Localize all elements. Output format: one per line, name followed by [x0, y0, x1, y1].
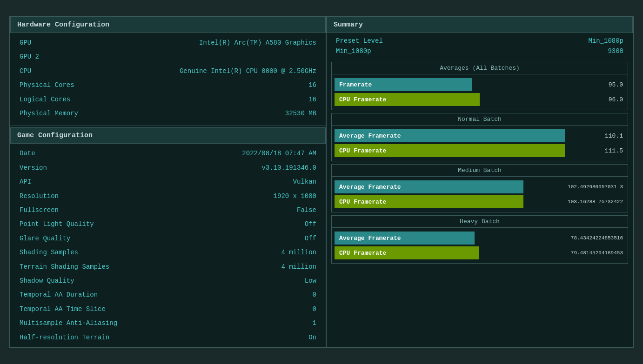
medium-cpu-bar-label: CPU Framerate: [339, 199, 386, 205]
date-value: 2022/08/18 07:47 AM: [242, 148, 316, 159]
version-label: Version: [20, 163, 47, 173]
game-header: Game Configuration: [10, 127, 326, 144]
medium-avg-bar-container: Average Framerate: [335, 180, 565, 193]
temporal-aa-duration-label: Temporal AA Duration: [20, 290, 98, 300]
glare-row: Glare Quality Off: [10, 232, 326, 245]
temporal-aa-slice-row: Temporal AA Time Slice 0: [10, 302, 326, 316]
resolution-label: Resolution: [20, 191, 59, 201]
point-light-row: Point Light Quality Off: [10, 217, 326, 231]
avg-framerate-bar: Framerate: [335, 78, 472, 91]
heavy-avg-bar-container: Average Framerate: [335, 232, 568, 245]
gpu2-label: GPU 2: [20, 52, 39, 62]
physical-memory-label: Physical Memory: [20, 108, 78, 119]
shadow-quality-value: Low: [305, 276, 316, 286]
point-light-value: Off: [305, 219, 316, 229]
shading-samples-value: 4 million: [281, 247, 316, 258]
shading-samples-row: Shading Samples 4 million: [10, 245, 326, 259]
cpu-row: CPU Genuine Intel(R) CPU 0000 @ 2.50GHz: [10, 64, 326, 78]
heavy-batch-rows: Average Framerate 78.43424224853516 CPU …: [332, 228, 628, 263]
physical-cores-value: 16: [308, 80, 316, 90]
resolution-row: Resolution 1920 x 1080: [10, 189, 326, 203]
averages-section: Averages (All Batches) Framerate 95.0 CP…: [331, 62, 628, 110]
date-label: Date: [20, 148, 35, 159]
physical-cores-row: Physical Cores 16: [10, 78, 326, 92]
medium-batch-rows: Average Framerate 102.492980957031 3 CPU…: [332, 177, 628, 212]
api-value: Vulkan: [293, 177, 316, 187]
hardware-rows: GPU Intel(R) Arc(TM) A580 Graphics GPU 2…: [10, 33, 326, 123]
half-res-terrain-label: Half-resolution Terrain: [20, 332, 109, 343]
temporal-aa-slice-label: Temporal AA Time Slice: [20, 304, 106, 314]
preset-level-label: Preset Level: [336, 37, 383, 45]
right-panel: Summary Preset Level Min_1080p Min_1080p…: [327, 17, 633, 347]
heavy-batch-section: Heavy Batch Average Framerate 78.4342422…: [331, 215, 628, 264]
logical-cores-row: Logical Cores 16: [10, 93, 326, 106]
divider-1: [10, 125, 326, 126]
terrain-shading-row: Terrain Shading Samples 4 million: [10, 260, 326, 274]
averages-rows: Framerate 95.0 CPU Framerate 96.0: [332, 74, 628, 110]
heavy-avg-bar: Average Framerate: [335, 232, 475, 245]
min-1080p-value: 9300: [608, 47, 623, 55]
heavy-avg-value: 78.43424224853516: [571, 235, 625, 241]
half-res-terrain-row: Half-resolution Terrain On: [10, 331, 326, 344]
medium-cpu-value: 103.16288 75732422: [568, 199, 625, 205]
avg-framerate-bar-container: Framerate: [335, 78, 585, 91]
avg-framerate-bar-label: Framerate: [339, 81, 372, 88]
glare-label: Glare Quality: [20, 233, 70, 244]
medium-avg-bar-label: Average Framerate: [339, 184, 401, 191]
medium-batch-header: Medium Batch: [332, 165, 628, 177]
min-1080p-row: Min_1080p 9300: [331, 46, 628, 56]
heavy-cpu-framerate-row: CPU Framerate 79.48145294189453: [335, 246, 625, 259]
shadow-quality-label: Shadow Quality: [20, 276, 74, 286]
fullscreen-row: Fullscreen False: [10, 203, 326, 217]
game-rows: Date 2022/08/18 07:47 AM Version v3.10.1…: [10, 144, 326, 347]
medium-cpu-bar-container: CPU Framerate: [335, 195, 565, 208]
summary-content: Preset Level Min_1080p Min_1080p 9300: [327, 33, 633, 59]
temporal-aa-slice-value: 0: [313, 304, 316, 314]
avg-cpu-bar-label: CPU Framerate: [339, 96, 386, 103]
avg-framerate-value: 95.0: [588, 81, 625, 88]
physical-memory-row: Physical Memory 32530 MB: [10, 106, 326, 120]
heavy-avg-bar-label: Average Framerate: [339, 235, 401, 242]
hardware-header: Hardware Configuration: [10, 17, 326, 33]
normal-avg-bar-label: Average Framerate: [339, 132, 401, 139]
normal-avg-framerate-row: Average Framerate 110.1: [335, 129, 625, 142]
heavy-cpu-bar: CPU Framerate: [335, 246, 479, 259]
medium-avg-bar: Average Framerate: [335, 180, 523, 193]
normal-batch-header: Normal Batch: [332, 113, 628, 126]
resolution-value: 1920 x 1080: [274, 191, 316, 201]
normal-avg-bar-container: Average Framerate: [335, 129, 585, 142]
avg-cpu-bar-container: CPU Framerate: [335, 93, 585, 106]
medium-avg-framerate-row: Average Framerate 102.492980957031 3: [335, 180, 625, 193]
normal-cpu-bar: CPU Framerate: [335, 144, 565, 157]
version-row: Version v3.10.191346.0: [10, 161, 326, 175]
preset-level-row: Preset Level Min_1080p: [331, 36, 628, 46]
gpu2-row: GPU 2: [10, 50, 326, 64]
avg-framerate-row: Framerate 95.0: [335, 78, 625, 91]
avg-cpu-framerate-value: 96.0: [588, 96, 625, 103]
terrain-shading-value: 4 million: [281, 262, 316, 272]
point-light-label: Point Light Quality: [20, 219, 94, 229]
physical-memory-value: 32530 MB: [285, 108, 316, 119]
medium-batch-section: Medium Batch Average Framerate 102.49298…: [331, 164, 628, 212]
fullscreen-label: Fullscreen: [20, 205, 59, 215]
normal-avg-bar: Average Framerate: [335, 129, 565, 142]
heavy-cpu-bar-container: CPU Framerate: [335, 246, 568, 259]
normal-cpu-bar-container: CPU Framerate: [335, 144, 585, 157]
avg-cpu-framerate-row: CPU Framerate 96.0: [335, 93, 625, 106]
gpu-row: GPU Intel(R) Arc(TM) A580 Graphics: [10, 36, 326, 50]
cpu-value: Genuine Intel(R) CPU 0000 @ 2.50GHz: [180, 66, 316, 76]
normal-batch-rows: Average Framerate 110.1 CPU Framerate 11…: [332, 126, 628, 161]
gpu-value: Intel(R) Arc(TM) A580 Graphics: [199, 38, 316, 48]
shadow-quality-row: Shadow Quality Low: [10, 274, 326, 288]
physical-cores-label: Physical Cores: [20, 80, 74, 90]
main-container: Hardware Configuration GPU Intel(R) Arc(…: [9, 16, 634, 348]
normal-cpu-framerate-row: CPU Framerate 111.5: [335, 144, 625, 157]
heavy-cpu-bar-label: CPU Framerate: [339, 250, 386, 257]
api-row: API Vulkan: [10, 175, 326, 189]
medium-avg-value: 102.492980957031 3: [568, 184, 625, 190]
normal-cpu-value: 111.5: [588, 147, 625, 154]
normal-avg-value: 110.1: [588, 132, 625, 139]
medium-cpu-bar: CPU Framerate: [335, 195, 523, 208]
averages-header: Averages (All Batches): [332, 62, 628, 74]
terrain-shading-label: Terrain Shading Samples: [20, 262, 109, 272]
